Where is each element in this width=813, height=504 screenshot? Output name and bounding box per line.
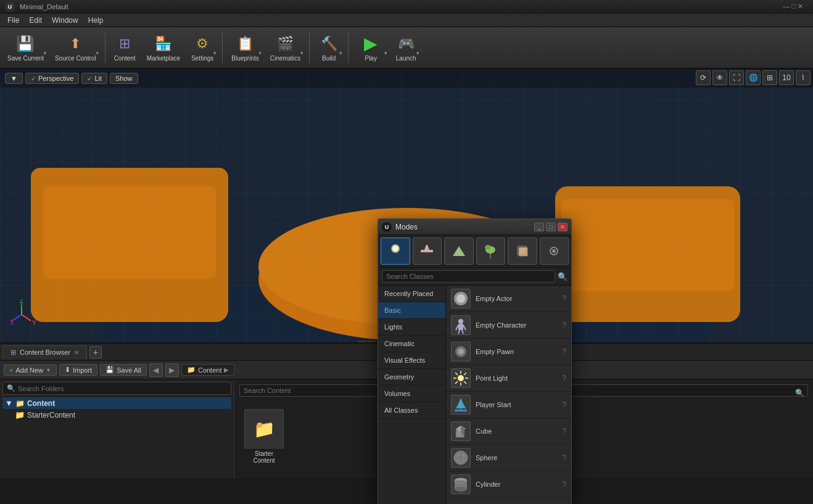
save-all-button[interactable]: 💾 Save All [100,364,147,376]
save-current-label: Save Current [7,55,44,62]
viewport-rotate-icon-btn[interactable]: ⟳ [696,70,711,85]
category-geometry[interactable]: Geometry [378,369,445,386]
mode-place-button[interactable] [381,238,410,265]
folder-root-icon: 📁 [15,399,25,408]
add-new-icon: + [9,366,13,374]
modes-item-cylinder[interactable]: Cylinder ? [446,471,571,498]
folder-content-root[interactable]: ▼ 📁 Content [2,397,231,409]
point-light-label: Point Light [476,374,557,382]
empty-actor-thumb [451,289,471,308]
menu-window[interactable]: Window [47,15,83,26]
mode-paint-button[interactable] [413,238,442,265]
add-tab-button[interactable]: + [89,346,102,358]
content-search-icon: 🔍 [795,389,804,397]
point-light-thumb [451,368,471,388]
import-button[interactable]: ⬇ Import [59,364,97,376]
empty-character-thumb [451,315,471,335]
viewport-show-btn[interactable]: Show [110,73,138,84]
content-item-starter[interactable]: 📁 StarterContent [239,407,289,466]
modes-item-player-start[interactable]: Player Start ? [446,392,571,418]
menu-help[interactable]: Help [83,15,109,26]
menu-file[interactable]: File [2,15,24,26]
folder-tree: 🔍 ▼ 📁 Content 📁 StarterContent [0,379,234,478]
perspective-label: Perspective [38,75,73,82]
cube-thumb [451,421,471,441]
folder-starter-icon: 📁 [15,410,25,419]
cinematics-button[interactable]: 🎬 Cinematics ▼ [265,29,305,66]
content-button[interactable]: ⊞ Content [109,29,141,66]
viewport-grid-size-btn[interactable]: 10 [779,70,794,85]
viewport-angle-icon-btn[interactable]: ⌇ [796,70,811,85]
launch-button[interactable]: 🎮 Launch ▼ [390,29,421,66]
play-button[interactable]: ▶ Play ▼ [352,29,389,66]
svg-rect-10 [421,250,433,252]
cylinder-label: Cylinder [476,481,557,488]
cb-tab-close-btn[interactable]: ✕ [74,349,79,356]
viewport-mode-dropdown[interactable]: ▼ [5,73,23,84]
viewport-grid-icon-btn[interactable]: ⊞ [762,70,777,85]
sphere-help-icon[interactable]: ? [562,453,566,462]
cylinder-help-icon[interactable]: ? [562,480,566,489]
svg-point-52 [455,487,467,492]
mode-foliage-button[interactable] [476,238,506,265]
marketplace-label: Marketplace [147,55,180,62]
empty-pawn-help-icon[interactable]: ? [562,347,566,356]
modes-search-input[interactable] [382,270,555,283]
build-button[interactable]: 🔨 Build ▼ [313,29,344,66]
cb-forward-button[interactable]: ▶ [165,363,179,377]
add-new-button[interactable]: + Add New ▼ [4,365,57,376]
viewport-perspective-btn[interactable]: ✓ Perspective [25,73,79,84]
modes-body: Recently Placed Basic Lights Cinematic V… [378,286,571,504]
modes-close-button[interactable]: ✕ [558,223,567,231]
cylinder-thumb [451,474,471,494]
svg-line-35 [455,373,458,375]
point-light-help-icon[interactable]: ? [562,374,566,382]
build-label: Build [322,55,336,62]
save-current-button[interactable]: 💾 Save Current ▼ [2,29,49,66]
build-icon: 🔨 [321,36,337,52]
category-all-classes[interactable]: All Classes [378,402,445,419]
marketplace-button[interactable]: 🏪 Marketplace [142,29,185,66]
empty-actor-help-icon[interactable]: ? [562,294,566,303]
category-basic[interactable]: Basic [378,302,445,319]
cb-back-button[interactable]: ◀ [149,363,163,377]
content-browser-tab[interactable]: ⊞ Content Browser ✕ [2,345,87,359]
viewport-camera-icon-btn[interactable]: 👁 [712,70,727,85]
viewport-world-icon-btn[interactable]: 🌐 [746,70,761,85]
modes-minimize-button[interactable]: _ [534,223,544,231]
modes-item-sphere[interactable]: Sphere ? [446,445,571,471]
blueprints-icon: 📋 [237,36,254,52]
sphere-label: Sphere [476,454,557,461]
modes-item-empty-character[interactable]: Empty Character ? [446,312,571,339]
category-cinematic[interactable]: Cinematic [378,336,445,352]
empty-character-help-icon[interactable]: ? [562,321,566,329]
viewport-lit-btn[interactable]: ✓ Lit [81,73,107,84]
blueprints-button[interactable]: 📋 Blueprints ▼ [226,29,263,66]
launch-arrow-icon: ▼ [415,51,420,56]
viewport-fullscreen-icon-btn[interactable]: ⛶ [729,70,744,85]
cube-help-icon[interactable]: ? [562,427,566,436]
mode-settings-button[interactable] [540,238,569,265]
source-control-button[interactable]: ⬆ Source Control ▼ [50,29,101,66]
cinematics-label: Cinematics [270,55,300,62]
mode-geometry-button[interactable] [508,238,537,265]
search-folders-input[interactable] [18,385,227,392]
folder-starter-content[interactable]: 📁 StarterContent [12,409,231,421]
settings-button[interactable]: ⚙ Settings ▼ [186,29,218,66]
player-start-help-icon[interactable]: ? [562,400,566,409]
modes-item-cube[interactable]: Cube ? [446,418,571,445]
folder-starter-label: StarterContent [27,411,75,419]
empty-pawn-thumb [451,342,471,361]
category-visual-effects[interactable]: Visual Effects [378,352,445,369]
svg-text:Y: Y [32,320,36,326]
category-lights[interactable]: Lights [378,319,445,336]
modes-item-empty-actor[interactable]: Empty Actor ? [446,286,571,312]
modes-item-empty-pawn[interactable]: Empty Pawn ? [446,339,571,365]
save-all-label: Save All [117,366,141,374]
mode-landscape-button[interactable] [444,238,474,265]
modes-item-point-light[interactable]: Point Light ? [446,365,571,392]
modes-maximize-button[interactable]: □ [546,223,556,231]
menu-edit[interactable]: Edit [24,15,47,26]
category-recently-placed[interactable]: Recently Placed [378,286,445,302]
category-volumes[interactable]: Volumes [378,386,445,402]
